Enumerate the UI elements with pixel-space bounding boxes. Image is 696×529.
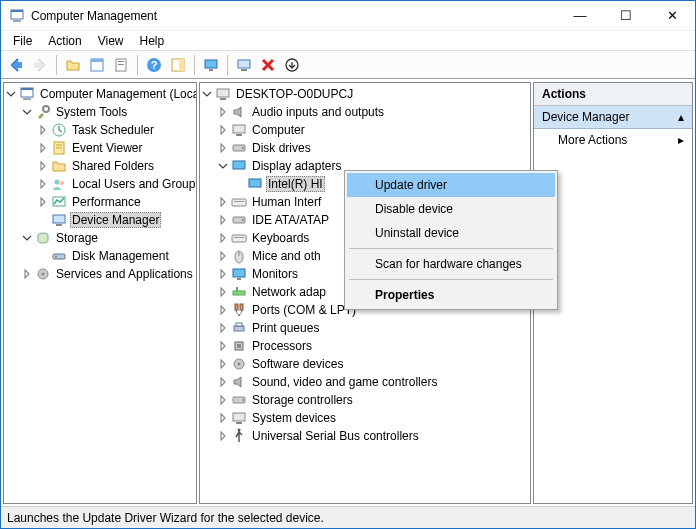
tree-label: Computer	[250, 123, 307, 137]
minimize-button[interactable]: —	[557, 1, 603, 31]
device-category[interactable]: Audio inputs and outputs	[200, 103, 530, 121]
expand-icon[interactable]	[216, 267, 230, 281]
device-root[interactable]: DESKTOP-O0DUPCJ	[200, 85, 530, 103]
expand-icon[interactable]	[20, 267, 34, 281]
disable-device-button[interactable]	[281, 54, 303, 76]
tree-shared-folders[interactable]: Shared Folders	[4, 157, 197, 175]
hid-icon	[231, 194, 247, 210]
toolbar-separator	[194, 55, 195, 75]
maximize-button[interactable]: ☐	[603, 1, 649, 31]
expand-icon[interactable]	[216, 411, 230, 425]
ctx-disable-device[interactable]: Disable device	[347, 197, 555, 221]
export-list-button[interactable]	[110, 54, 132, 76]
expand-icon[interactable]	[36, 195, 50, 209]
printer-icon	[231, 320, 247, 336]
tree-task-scheduler[interactable]: Task Scheduler	[4, 121, 197, 139]
tree-system-tools[interactable]: System Tools	[4, 103, 197, 121]
tree-local-users[interactable]: Local Users and Groups	[4, 175, 197, 193]
uninstall-device-button[interactable]	[257, 54, 279, 76]
expand-icon[interactable]	[216, 303, 230, 317]
tree-performance[interactable]: Performance	[4, 193, 197, 211]
actions-header: Actions	[534, 83, 692, 106]
expand-icon[interactable]	[36, 123, 50, 137]
help-button[interactable]	[143, 54, 165, 76]
display-icon	[231, 158, 247, 174]
tree-device-manager[interactable]: Device Manager	[4, 211, 197, 229]
tree-label: Ports (COM & LPT)	[250, 303, 358, 317]
expand-icon[interactable]	[216, 249, 230, 263]
expand-icon[interactable]	[216, 429, 230, 443]
device-category[interactable]: Sound, video and game controllers	[200, 373, 530, 391]
expand-icon[interactable]	[216, 141, 230, 155]
expand-icon[interactable]	[216, 375, 230, 389]
device-category[interactable]: System devices	[200, 409, 530, 427]
expand-icon[interactable]	[4, 87, 18, 101]
update-driver-button[interactable]	[233, 54, 255, 76]
actions-section[interactable]: Device Manager ▴	[534, 106, 692, 129]
expand-icon[interactable]	[216, 213, 230, 227]
ctx-uninstall-device[interactable]: Uninstall device	[347, 221, 555, 245]
close-button[interactable]: ✕	[649, 1, 695, 31]
menu-action[interactable]: Action	[40, 32, 89, 50]
expand-icon[interactable]	[216, 285, 230, 299]
nav-back-button[interactable]	[5, 54, 27, 76]
expand-icon[interactable]	[20, 105, 34, 119]
statusbar: Launches the Update Driver Wizard for th…	[1, 506, 695, 528]
expand-icon[interactable]	[216, 159, 230, 173]
port-icon	[231, 302, 247, 318]
scan-hardware-button[interactable]	[200, 54, 222, 76]
tree-label: Intel(R) HI	[266, 176, 325, 192]
tree-label: Display adapters	[250, 159, 343, 173]
device-category[interactable]: Universal Serial Bus controllers	[200, 427, 530, 445]
expand-icon[interactable]	[36, 141, 50, 155]
expand-icon[interactable]	[216, 105, 230, 119]
expand-icon[interactable]	[216, 357, 230, 371]
drive-icon	[231, 212, 247, 228]
monitor-icon	[231, 266, 247, 282]
show-action-pane-button[interactable]	[167, 54, 189, 76]
window-title: Computer Management	[31, 9, 557, 23]
ctx-update-driver[interactable]: Update driver	[347, 173, 555, 197]
device-category[interactable]: Print queues	[200, 319, 530, 337]
ctx-properties[interactable]: Properties	[347, 283, 555, 307]
expand-icon[interactable]	[216, 123, 230, 137]
expand-icon[interactable]	[216, 231, 230, 245]
properties-button[interactable]	[86, 54, 108, 76]
storage-ctrl-icon	[231, 392, 247, 408]
tree-services[interactable]: Services and Applications	[4, 265, 197, 283]
tree-storage[interactable]: Storage	[4, 229, 197, 247]
folder-icon	[51, 158, 67, 174]
tree-label: Shared Folders	[70, 159, 156, 173]
show-hide-tree-button[interactable]	[62, 54, 84, 76]
nav-forward-button[interactable]	[29, 54, 51, 76]
ctx-scan-hardware[interactable]: Scan for hardware changes	[347, 252, 555, 276]
expand-icon[interactable]	[20, 231, 34, 245]
expand-icon[interactable]	[200, 87, 214, 101]
toolbar-separator	[56, 55, 57, 75]
tree-root[interactable]: Computer Management (Local	[4, 85, 197, 103]
expand-icon[interactable]	[36, 159, 50, 173]
storage-icon	[35, 230, 51, 246]
device-category[interactable]: Processors	[200, 337, 530, 355]
tree-event-viewer[interactable]: Event Viewer	[4, 139, 197, 157]
expand-icon[interactable]	[216, 195, 230, 209]
collapse-icon[interactable]: ▴	[678, 110, 684, 124]
console-tree: Computer Management (Local System Tools …	[4, 83, 197, 285]
system-icon	[231, 410, 247, 426]
device-category[interactable]: Computer	[200, 121, 530, 139]
tree-disk-management[interactable]: Disk Management	[4, 247, 197, 265]
expand-icon[interactable]	[36, 177, 50, 191]
device-category[interactable]: Storage controllers	[200, 391, 530, 409]
expand-icon[interactable]	[216, 393, 230, 407]
expand-icon[interactable]	[216, 339, 230, 353]
tree-label: Computer Management (Local	[38, 87, 197, 101]
tree-label: DESKTOP-O0DUPCJ	[234, 87, 355, 101]
menu-view[interactable]: View	[90, 32, 132, 50]
device-category[interactable]: Software devices	[200, 355, 530, 373]
expand-icon[interactable]	[216, 321, 230, 335]
menu-file[interactable]: File	[5, 32, 40, 50]
console-tree-pane[interactable]: Computer Management (Local System Tools …	[3, 82, 197, 504]
menu-help[interactable]: Help	[132, 32, 173, 50]
actions-more[interactable]: More Actions ▸	[534, 129, 692, 151]
device-category[interactable]: Disk drives	[200, 139, 530, 157]
